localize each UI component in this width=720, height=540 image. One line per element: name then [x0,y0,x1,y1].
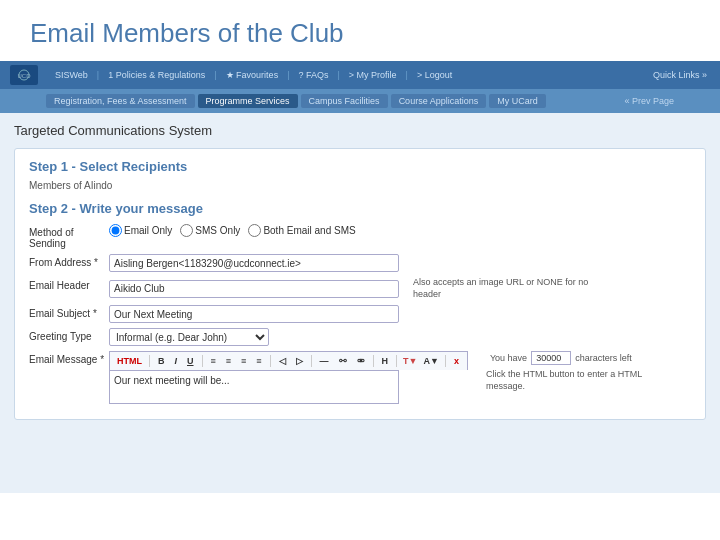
from-content [109,254,691,272]
nav-quicklinks[interactable]: Quick Links » [648,68,712,82]
message-label: Email Message * [29,351,109,365]
method-label: Method of Sending [29,224,109,249]
nav-sisweb[interactable]: SISWeb [50,68,93,82]
system-title: Targeted Communications System [14,121,706,140]
header-sidenote: Also accepts an image URL or NONE for no… [413,277,593,300]
subnav-myucard[interactable]: My UCard [489,94,546,108]
toolbar-hr-btn[interactable]: — [316,354,333,368]
svg-text:UCD: UCD [18,73,32,79]
toolbar-divider-7 [445,355,446,367]
radio-group-method: Email Only SMS Only Both Email and SMS [109,224,356,237]
nav-policies[interactable]: 1 Policies & Regulations [103,68,210,82]
message-text: Our next meeting will be... [114,375,230,386]
subject-row: Email Subject * [29,305,691,323]
main-area: Targeted Communications System Step 1 - … [0,113,720,493]
toolbar-italic-btn[interactable]: I [171,354,182,368]
subject-content [109,305,691,323]
header-content: Also accepts an image URL or NONE for no… [109,277,691,300]
header-row: Email Header Also accepts an image URL o… [29,277,691,300]
nav-favourites[interactable]: ★ Favourites [221,68,284,82]
nav-myprofile[interactable]: > My Profile [344,68,402,82]
logo-inner: UCD [10,65,38,85]
ucd-logo: UCD [8,64,40,86]
from-address-input[interactable] [109,254,399,272]
toolbar-outdent-btn[interactable]: ◁ [275,354,290,368]
email-header-input[interactable] [109,280,399,298]
radio-sms-only[interactable]: SMS Only [180,224,240,237]
toolbar-divider-5 [373,355,374,367]
message-editor-wrapper: HTML B I U ≡ ≡ ≡ ≡ ◁ ▷ [109,351,656,404]
toolbar-underline-btn[interactable]: U [183,354,198,368]
toolbar-divider-2 [202,355,203,367]
greeting-row: Greeting Type Informal (e.g. Dear John) … [29,328,691,346]
subject-label: Email Subject * [29,305,109,319]
page-title: Email Members of the Club [30,18,690,49]
radio-both-label: Both Email and SMS [263,225,355,236]
toolbar-divider-4 [311,355,312,367]
message-side-notes: You have 30000 characters left Click the… [486,351,656,392]
prev-page-link[interactable]: « Prev Page [624,96,674,106]
nav-faqs[interactable]: ? FAQs [293,68,333,82]
toolbar-divider-6 [396,355,397,367]
message-content: HTML B I U ≡ ≡ ≡ ≡ ◁ ▷ [109,351,691,404]
toolbar-remove-btn[interactable]: x [450,354,463,368]
radio-both[interactable]: Both Email and SMS [248,224,355,237]
radio-email-input[interactable] [109,224,122,237]
email-subject-input[interactable] [109,305,399,323]
radio-email-only[interactable]: Email Only [109,224,172,237]
message-sidenote: Click the HTML button to enter a HTML me… [486,369,656,392]
toolbar-align-left-btn[interactable]: ≡ [207,354,220,368]
charcount-suffix: characters left [575,353,632,363]
charcount-label: You have [490,353,527,363]
message-row: Email Message * HTML B I U ≡ [29,351,691,404]
from-label: From Address * [29,254,109,268]
toolbar-divider-1 [149,355,150,367]
charcount-value: 30000 [531,351,571,365]
step1-subtext: Members of AIindo [29,180,691,191]
sub-nav: Registration, Fees & Assessment Programm… [0,89,720,113]
main-card: Step 1 - Select Recipients Members of AI… [14,148,706,420]
toolbar-link-btn[interactable]: ⚯ [335,354,351,368]
editor-toolbar: HTML B I U ≡ ≡ ≡ ≡ ◁ ▷ [109,351,468,370]
subnav-campus[interactable]: Campus Facilities [301,94,388,108]
radio-sms-label: SMS Only [195,225,240,236]
toolbar-unlink-btn[interactable]: ⚮ [353,354,369,368]
subnav-registration[interactable]: Registration, Fees & Assessment [46,94,195,108]
message-editor-col: HTML B I U ≡ ≡ ≡ ≡ ◁ ▷ [109,351,468,404]
char-count-row: You have 30000 characters left [490,351,656,365]
toolbar-divider-3 [270,355,271,367]
radio-sms-input[interactable] [180,224,193,237]
from-row: From Address * [29,254,691,272]
toolbar-h-btn[interactable]: H [378,354,393,368]
toolbar-color-a-btn[interactable]: A▼ [421,355,440,367]
radio-email-label: Email Only [124,225,172,236]
toolbar-color-t1-btn[interactable]: T▼ [401,355,419,367]
subnav-course[interactable]: Course Applications [391,94,487,108]
toolbar-justify-btn[interactable]: ≡ [252,354,265,368]
greeting-select[interactable]: Informal (e.g. Dear John) Formal (e.g. D… [109,328,269,346]
method-options: Email Only SMS Only Both Email and SMS [109,224,691,237]
header-label: Email Header [29,277,109,291]
step2-header: Step 2 - Write your message [29,201,691,216]
toolbar-align-right-btn[interactable]: ≡ [237,354,250,368]
toolbar-html-btn[interactable]: HTML [114,355,145,367]
greeting-label: Greeting Type [29,328,109,342]
method-row: Method of Sending Email Only SMS Only Bo… [29,224,691,249]
subnav-programme[interactable]: Programme Services [198,94,298,108]
greeting-content: Informal (e.g. Dear John) Formal (e.g. D… [109,328,691,346]
toolbar-bold-btn[interactable]: B [154,354,169,368]
nav-logout[interactable]: > Logout [412,68,457,82]
step1-header: Step 1 - Select Recipients [29,159,691,174]
title-area: Email Members of the Club [0,0,720,61]
toolbar-indent-btn[interactable]: ▷ [292,354,307,368]
toolbar-align-center-btn[interactable]: ≡ [222,354,235,368]
radio-both-input[interactable] [248,224,261,237]
email-message-editor[interactable]: Our next meeting will be... [109,370,399,404]
nav-bar: UCD SISWeb | 1 Policies & Regulations | … [0,61,720,89]
